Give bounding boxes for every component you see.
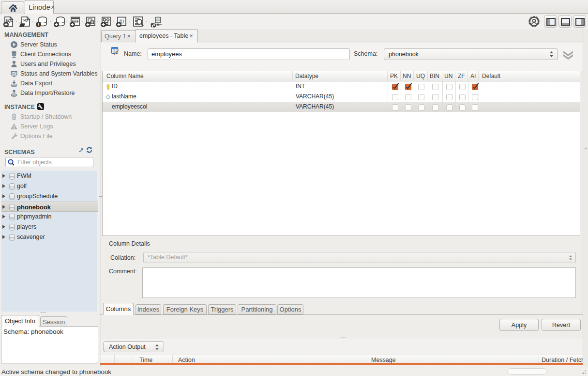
- svg-text:SQL: SQL: [23, 18, 30, 22]
